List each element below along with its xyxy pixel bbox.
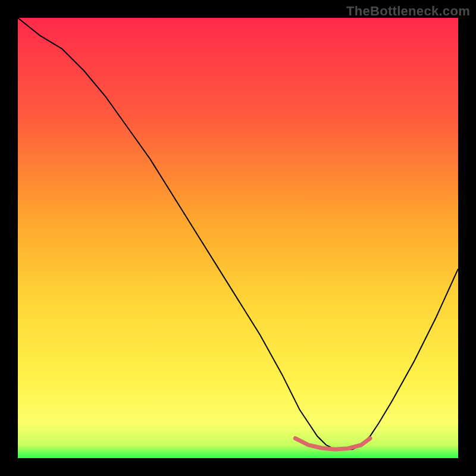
- watermark-text: TheBottleneck.com: [346, 4, 470, 19]
- gradient-plot-background: [18, 18, 458, 458]
- bottleneck-chart: TheBottleneck.com: [0, 0, 476, 476]
- chart-svg: [0, 0, 476, 476]
